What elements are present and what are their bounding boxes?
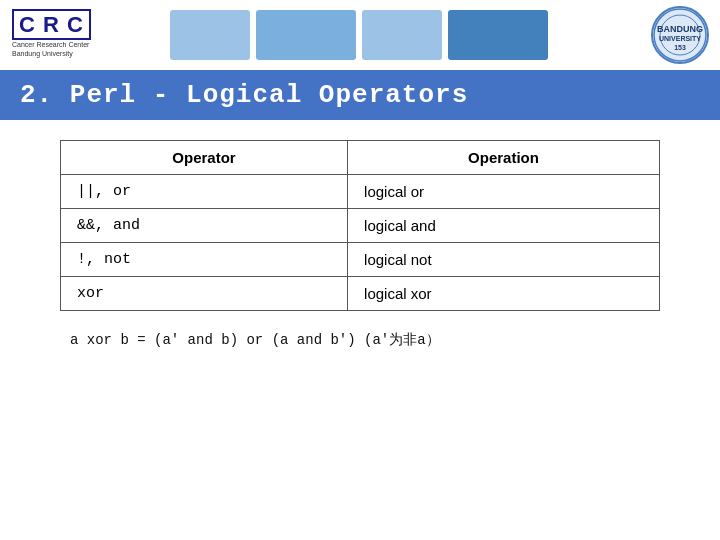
table-row: xorlogical xor <box>61 277 660 311</box>
table-row: &&, andlogical and <box>61 209 660 243</box>
operation-cell: logical or <box>348 175 660 209</box>
bar-4 <box>448 10 548 60</box>
svg-text:153: 153 <box>674 44 686 51</box>
header-decorative-bars <box>160 0 640 70</box>
table-header-row: Operator Operation <box>61 141 660 175</box>
table-row: !, notlogical not <box>61 243 660 277</box>
title-section: 2. Perl - Logical Operators <box>0 70 720 120</box>
operator-cell: ||, or <box>61 175 348 209</box>
university-logo-area: BANDUNG UNIVERSITY 153 <box>640 0 720 70</box>
svg-text:UNIVERSITY: UNIVERSITY <box>659 35 701 42</box>
svg-text:BANDUNG: BANDUNG <box>657 24 703 34</box>
university-logo: BANDUNG UNIVERSITY 153 <box>651 6 709 64</box>
crc-logo: C R C <box>12 12 91 38</box>
bar-3 <box>362 10 442 60</box>
operator-cell: &&, and <box>61 209 348 243</box>
bar-1 <box>170 10 250 60</box>
operators-table: Operator Operation ||, orlogical or&&, a… <box>60 140 660 311</box>
logo-area: C R C Cancer Research Center Bandung Uni… <box>0 0 160 70</box>
operator-cell: !, not <box>61 243 348 277</box>
col-header-operator: Operator <box>61 141 348 175</box>
operation-cell: logical and <box>348 209 660 243</box>
formula-text: a xor b = (a' and b) or (a and b') (a'为非… <box>70 332 440 348</box>
formula-line: a xor b = (a' and b) or (a and b') (a'为非… <box>60 331 660 349</box>
operation-cell: logical not <box>348 243 660 277</box>
header: C R C Cancer Research Center Bandung Uni… <box>0 0 720 70</box>
operator-cell: xor <box>61 277 348 311</box>
main-content: Operator Operation ||, orlogical or&&, a… <box>0 120 720 369</box>
logo-subtitle: Cancer Research Center Bandung Universit… <box>12 40 91 58</box>
university-emblem-svg: BANDUNG UNIVERSITY 153 <box>653 8 707 62</box>
bar-2 <box>256 10 356 60</box>
col-header-operation: Operation <box>348 141 660 175</box>
table-row: ||, orlogical or <box>61 175 660 209</box>
operation-cell: logical xor <box>348 277 660 311</box>
page-title: 2. Perl - Logical Operators <box>20 80 700 110</box>
